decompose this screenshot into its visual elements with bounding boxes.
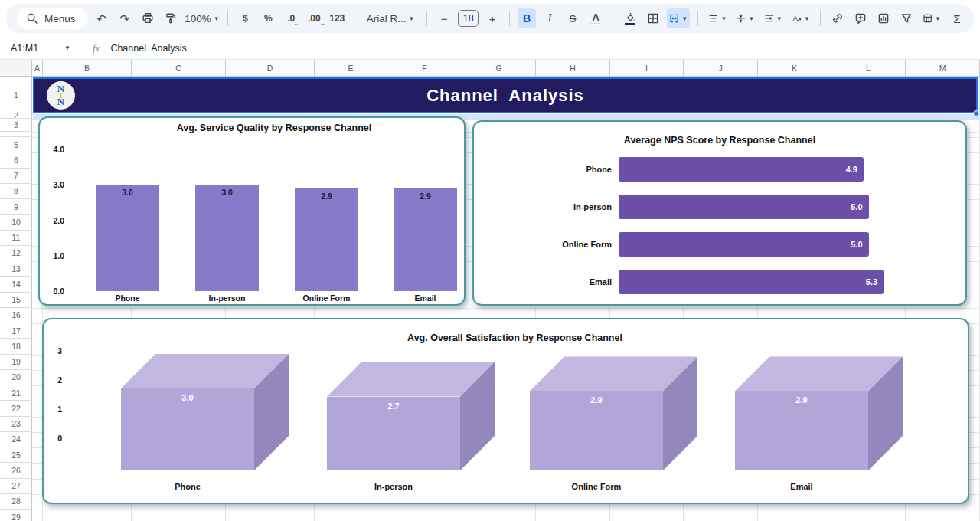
insert-comment-button[interactable] (851, 8, 870, 28)
strikethrough-button[interactable]: S (564, 8, 582, 28)
box-value-label: 3.0 (121, 393, 254, 402)
fill-color-icon (625, 12, 635, 25)
decrease-font-size-button[interactable]: − (435, 8, 453, 28)
font-name-select[interactable]: Arial R...▼ (362, 8, 419, 28)
menus-button[interactable]: Menus (17, 8, 88, 29)
print-icon (142, 12, 154, 25)
column-header-C[interactable]: C (132, 60, 226, 76)
chart-title: Avg. Overall Satisfaction by Response Ch… (44, 333, 968, 343)
row-header-7[interactable]: 7 (0, 169, 32, 184)
table-views-button[interactable]: ▼ (920, 8, 943, 28)
column-header-L[interactable]: L (831, 60, 906, 76)
insert-link-button[interactable] (828, 8, 847, 28)
increase-font-size-button[interactable]: + (483, 8, 501, 28)
column-header-D[interactable]: D (226, 60, 315, 76)
row-header-2[interactable]: 2 (0, 113, 32, 119)
column-header-A[interactable]: A (32, 60, 43, 76)
paint-format-button[interactable] (162, 8, 180, 28)
column-header-G[interactable]: G (462, 60, 536, 76)
text-rotation-button[interactable]: A ▼ (789, 8, 812, 28)
currency-format-button[interactable]: $ (236, 8, 254, 28)
column-header-I[interactable]: I (610, 60, 684, 76)
column-header-H[interactable]: H (536, 60, 610, 76)
borders-button[interactable] (644, 8, 662, 28)
redo-button[interactable]: ↷ (116, 8, 134, 28)
bar-value-label: 5.0 (851, 202, 862, 211)
chart-title: Avg. Service Quality by Response Channel (40, 123, 464, 133)
row-header-8[interactable]: 8 (0, 184, 32, 199)
chevron-down-icon: ▼ (720, 15, 727, 22)
x-axis-label: Email (735, 482, 868, 491)
font-size-input[interactable]: 18 (458, 10, 479, 27)
create-filter-button[interactable] (897, 8, 916, 28)
row-header-9[interactable]: 9 (0, 199, 32, 215)
decrease-decimal-button[interactable]: .0← (282, 8, 300, 28)
row-header-1[interactable]: 1 (0, 77, 32, 113)
merge-cells-button[interactable]: ▼ (667, 8, 690, 28)
row-header-24[interactable]: 24 (0, 432, 32, 447)
selection-handle[interactable] (973, 110, 979, 116)
row-header-11[interactable]: 11 (0, 231, 32, 246)
row-header-h3[interactable] (0, 132, 32, 137)
row-header-17[interactable]: 17 (0, 323, 32, 339)
column-header-B[interactable]: B (43, 60, 132, 76)
horizontal-align-button[interactable]: ▼ (706, 8, 729, 28)
column-header-K[interactable]: K (758, 60, 831, 76)
chart-service-quality[interactable]: Avg. Service Quality by Response Channel… (38, 116, 466, 306)
y-axis-tick: 2 (50, 375, 62, 385)
column-header-F[interactable]: F (387, 60, 462, 76)
row-header-14[interactable]: 14 (0, 277, 32, 292)
row-header-25[interactable]: 25 (0, 447, 32, 463)
chart-overall-satisfaction[interactable]: Avg. Overall Satisfaction by Response Ch… (42, 318, 969, 504)
row-header-15[interactable]: 15 (0, 293, 32, 308)
bold-button[interactable]: B (518, 8, 536, 28)
row-header-10[interactable]: 10 (0, 215, 32, 230)
row-header-21[interactable]: 21 (0, 385, 32, 401)
text-wrap-button[interactable]: ▼ (762, 8, 785, 28)
bar-value-label: 5.3 (866, 277, 877, 287)
bar-value-label: 3.0 (195, 188, 259, 197)
undo-button[interactable]: ↶ (93, 8, 111, 28)
row-header-27[interactable]: 27 (0, 479, 32, 494)
print-button[interactable] (139, 8, 157, 28)
banner-cell[interactable]: NtN Channel Analysis (33, 77, 978, 113)
divider (697, 11, 698, 26)
row-header-26[interactable]: 26 (0, 463, 32, 478)
row-header-12[interactable]: 12 (0, 246, 32, 261)
functions-button[interactable]: Σ (948, 8, 966, 28)
percent-format-button[interactable]: % (259, 8, 277, 28)
column-header-M[interactable]: M (906, 60, 980, 76)
select-all-corner[interactable] (0, 60, 32, 77)
italic-button[interactable]: I (541, 8, 559, 28)
text-wrap-icon (764, 12, 774, 25)
fill-color-button[interactable] (621, 8, 639, 28)
row-header-16[interactable]: 16 (0, 308, 32, 323)
row-header-28[interactable]: 28 (0, 494, 32, 510)
insert-chart-button[interactable] (874, 8, 893, 28)
column-header-E[interactable]: E (315, 60, 387, 76)
chart-nps-score[interactable]: Average NPS Score by Response Channel Ph… (472, 120, 967, 306)
zoom-select[interactable]: 100%▼ (185, 8, 220, 28)
column-header-J[interactable]: J (684, 60, 758, 76)
formula-input[interactable]: Channel Analysis (110, 43, 186, 54)
row-header-19[interactable]: 19 (0, 355, 32, 370)
number-format-button[interactable]: 123 (328, 8, 346, 28)
increase-decimal-button[interactable]: .00→ (305, 8, 323, 28)
name-box[interactable]: A1:M1 ▼ (0, 43, 77, 54)
row-header-22[interactable]: 22 (0, 401, 32, 416)
text-color-button[interactable]: A (586, 8, 605, 28)
x-axis-label: In-person (195, 293, 259, 303)
row-header-18[interactable]: 18 (0, 339, 32, 354)
row-header-23[interactable]: 23 (0, 417, 32, 432)
row-header-6[interactable]: 6 (0, 152, 32, 168)
gridline (32, 510, 980, 510)
row-header-29[interactable]: 29 (0, 510, 32, 521)
chevron-down-icon: ▼ (804, 15, 810, 22)
vertical-align-button[interactable]: ▼ (733, 8, 756, 28)
row-header-13[interactable]: 13 (0, 261, 32, 277)
row-header-20[interactable]: 20 (0, 370, 32, 385)
y-axis-tick: 1 (50, 405, 62, 414)
row-header-3[interactable]: 3 (0, 119, 32, 132)
row-header-5[interactable]: 5 (0, 137, 32, 152)
y-axis-tick: 1.0 (44, 251, 64, 260)
